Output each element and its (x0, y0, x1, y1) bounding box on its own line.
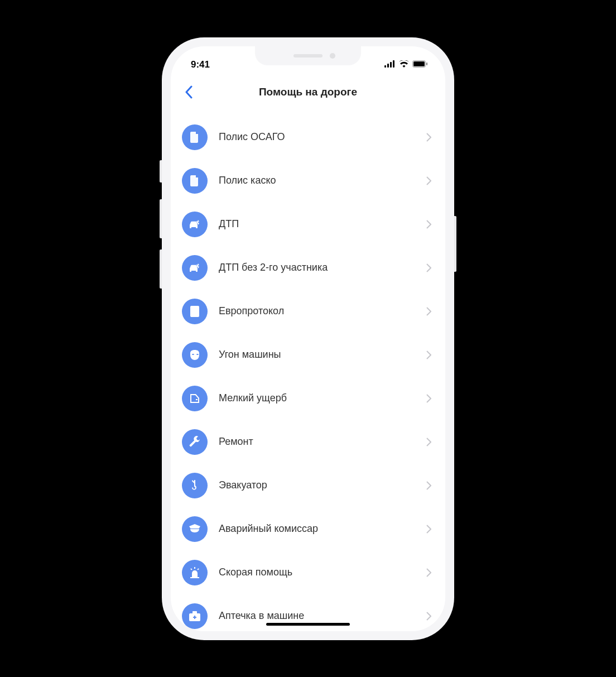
svg-rect-6 (426, 63, 427, 65)
battery-icon (412, 59, 427, 70)
chevron-right-icon (423, 133, 434, 142)
list-item-label: Скорая помощь (219, 566, 423, 578)
menu-list: Полис ОСАГОПолис каскоДТПДТП без 2-го уч… (171, 116, 445, 631)
content-scroll[interactable]: Полис ОСАГОПолис каскоДТПДТП без 2-го уч… (171, 108, 445, 631)
list-item[interactable]: ДТП без 2-го участника (182, 246, 434, 290)
list-item[interactable]: Скорая помощь (182, 551, 434, 594)
document-shield-icon (182, 168, 208, 194)
list-item-label: Полис каско (219, 175, 423, 186)
document-shield-icon (182, 124, 208, 150)
status-time: 9:41 (191, 59, 210, 70)
list-item-label: ДТП без 2-го участника (219, 262, 423, 273)
tow-hook-icon (182, 473, 208, 498)
list-item[interactable]: Ремонт (182, 420, 434, 464)
first-aid-icon (182, 603, 208, 629)
list-item-label: Угон машины (219, 349, 423, 361)
chevron-right-icon (423, 220, 434, 229)
list-item[interactable]: Аварийный комиссар (182, 507, 434, 551)
svg-rect-0 (384, 65, 386, 68)
police-cap-icon (182, 516, 208, 542)
list-item-label: Аварийный комиссар (219, 523, 423, 535)
phone-frame: 9:41 Помощь на дороге Полис ОСАГОПолис к… (162, 37, 454, 640)
chevron-left-icon (185, 85, 192, 99)
page-title: Помощь на дороге (171, 86, 445, 98)
list-item[interactable]: Полис каско (182, 159, 434, 203)
list-item[interactable]: Полис ОСАГО (182, 116, 434, 159)
phone-side-button (160, 249, 162, 289)
wifi-icon (399, 59, 409, 70)
list-item[interactable]: Угон машины (182, 333, 434, 377)
car-door-icon (182, 386, 208, 411)
chevron-right-icon (423, 438, 434, 446)
siren-icon (182, 560, 208, 585)
list-item[interactable]: Европротокол (182, 290, 434, 333)
chevron-right-icon (423, 394, 434, 403)
chevron-right-icon (423, 525, 434, 534)
list-item-label: Полис ОСАГО (219, 131, 423, 143)
chevron-right-icon (423, 176, 434, 185)
phone-side-button (454, 216, 456, 272)
chevron-right-icon (423, 568, 434, 577)
nav-bar: Помощь на дороге (171, 76, 445, 108)
form-icon (182, 299, 208, 324)
list-item[interactable]: Мелкий ущерб (182, 377, 434, 420)
list-item-label: ДТП (219, 218, 423, 230)
wrench-icon (182, 429, 208, 455)
back-button[interactable] (177, 81, 200, 103)
list-item-label: Мелкий ущерб (219, 392, 423, 404)
list-item[interactable]: Эвакуатор (182, 464, 434, 507)
list-item-label: Аптечка в машине (219, 610, 423, 622)
svg-rect-3 (393, 60, 394, 68)
list-item-label: Эвакуатор (219, 479, 423, 491)
list-item[interactable]: ДТП (182, 203, 434, 246)
car-crash-icon (182, 255, 208, 281)
mask-icon (182, 342, 208, 368)
chevron-right-icon (423, 263, 434, 272)
list-item-label: Европротокол (219, 305, 423, 317)
svg-rect-5 (413, 61, 425, 66)
cellular-icon (384, 59, 396, 70)
phone-notch (255, 46, 361, 65)
svg-rect-1 (387, 64, 389, 68)
home-indicator[interactable] (266, 623, 350, 626)
chevron-right-icon (423, 350, 434, 359)
list-item-label: Ремонт (219, 436, 423, 448)
svg-rect-2 (390, 62, 392, 68)
chevron-right-icon (423, 481, 434, 490)
chevron-right-icon (423, 612, 434, 621)
phone-side-button (160, 199, 162, 238)
phone-screen: 9:41 Помощь на дороге Полис ОСАГОПолис к… (171, 46, 445, 631)
chevron-right-icon (423, 307, 434, 316)
car-crash-icon (182, 212, 208, 237)
phone-side-button (160, 160, 162, 183)
list-item[interactable]: Аптечка в машине (182, 594, 434, 631)
